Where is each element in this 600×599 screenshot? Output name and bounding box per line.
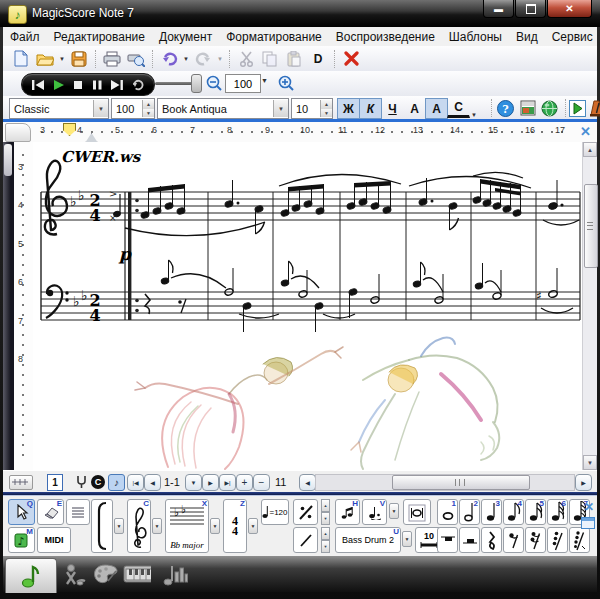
delete-button[interactable]	[340, 48, 362, 69]
scroll-down-button[interactable]: ▼	[583, 455, 597, 470]
metronome-button[interactable]	[586, 98, 600, 118]
sixtyfourth-rest-button[interactable]	[569, 527, 590, 553]
pause-button[interactable]	[91, 79, 103, 91]
eraser-tool-button[interactable]: E	[37, 499, 64, 525]
repeat-sign-button[interactable]	[293, 499, 318, 525]
sixteenth-note-button[interactable]: 5	[525, 499, 546, 525]
undo-button[interactable]	[158, 48, 180, 69]
redo-dropdown[interactable]: ▼	[215, 48, 225, 69]
font-combo[interactable]: Book Antiqua▼	[157, 98, 289, 119]
next-measure-button[interactable]: ▶	[202, 474, 219, 491]
zoom-value-box[interactable]: 100	[225, 74, 261, 93]
staff-lines-button[interactable]	[66, 499, 90, 525]
time-dropdown[interactable]: ▼	[248, 518, 258, 534]
stop-button[interactable]	[72, 79, 84, 91]
tuning-fork-button[interactable]	[75, 475, 88, 491]
drum-dropdown[interactable]: ▼	[402, 531, 412, 547]
hscroll-left-button[interactable]: ◀	[299, 474, 316, 491]
style-size-spinner[interactable]: ▲▼	[142, 100, 154, 117]
palette-window-button[interactable]	[581, 517, 595, 529]
whole-rest-button[interactable]	[437, 527, 458, 553]
play-demo-button[interactable]	[567, 98, 588, 118]
bold-button[interactable]: Ж	[337, 98, 360, 119]
font-size-spin[interactable]: 10 ▲▼	[291, 98, 333, 119]
d-mode-button[interactable]: D	[307, 48, 329, 69]
hscroll-right-button[interactable]: ▶	[575, 474, 592, 491]
last-measure-button[interactable]: ▶|	[219, 474, 236, 491]
skip-end-button[interactable]	[110, 79, 124, 91]
key-dropdown[interactable]: ▼	[210, 518, 220, 534]
zoom-dropdown[interactable]: ▼	[261, 77, 268, 84]
score-page[interactable]: CWER.ws	[33, 142, 586, 470]
ruler-close-button[interactable]: ✕	[578, 124, 593, 139]
position-dropdown-button[interactable]: ▼	[185, 474, 202, 491]
clef-button[interactable]: C	[127, 499, 151, 553]
style-size-spin[interactable]: 100 ▲▼	[111, 98, 155, 119]
close-button[interactable]: ✕	[547, 0, 592, 18]
minimize-button[interactable]: ▬	[483, 0, 514, 18]
help-button[interactable]: ?	[495, 98, 516, 118]
print-button[interactable]	[101, 48, 123, 69]
repeat-spinner[interactable]: ▲▼	[321, 499, 330, 525]
grace-note-button[interactable]: H	[335, 499, 360, 525]
tab-mixer[interactable]	[161, 562, 189, 586]
menu-edit[interactable]: Редактирование	[47, 29, 152, 45]
thirtysecond-rest-button[interactable]	[547, 527, 568, 553]
font-size-spinner[interactable]: ▲▼	[320, 100, 332, 117]
menu-format[interactable]: Форматирование	[219, 29, 329, 45]
news-button[interactable]	[517, 98, 538, 118]
ruler-toggle-button[interactable]	[9, 475, 33, 490]
zoom-in-button[interactable]	[275, 73, 296, 93]
open-button[interactable]	[34, 48, 56, 69]
note-mode-toggle[interactable]: ♪	[108, 474, 125, 491]
italic-button[interactable]: К	[359, 98, 382, 119]
prev-measure-button[interactable]: ◀	[144, 474, 161, 491]
scroll-thumb[interactable]	[584, 184, 598, 268]
palette-close-button[interactable]: ✕	[582, 500, 596, 514]
style-combo-arrow[interactable]: ▼	[93, 100, 108, 117]
thirtysecond-note-button[interactable]: 6	[547, 499, 568, 525]
frame-button[interactable]: А	[403, 98, 426, 119]
zoom-out-button[interactable]	[203, 73, 224, 93]
clef-indicator[interactable]: C	[91, 475, 105, 489]
whole-note-button[interactable]: 1	[437, 499, 458, 525]
quarter-note-button[interactable]: 3	[481, 499, 502, 525]
underline-button[interactable]: Ч	[381, 98, 404, 119]
menu-playback[interactable]: Воспроизведение	[329, 29, 442, 45]
collapsed-panel-strip[interactable]	[3, 142, 14, 470]
indent-marker-top[interactable]	[63, 123, 76, 136]
menu-document[interactable]: Документ	[152, 29, 219, 45]
clef-dropdown[interactable]: ▼	[152, 518, 162, 534]
menu-templates[interactable]: Шаблоны	[442, 29, 509, 45]
select-tool-button[interactable]: Q	[8, 499, 35, 525]
font-combo-arrow[interactable]: ▼	[273, 100, 288, 117]
title-bar[interactable]: ♪ MagicScore Note 7 ▬ ✕	[0, 0, 600, 27]
page-number-box[interactable]: 1	[47, 474, 63, 491]
open-dropdown[interactable]: ▼	[57, 48, 67, 69]
undo-dropdown[interactable]: ▼	[181, 48, 191, 69]
slash-spinner[interactable]: ▲▼	[321, 527, 330, 553]
tab-keyboard[interactable]	[123, 562, 151, 586]
eighth-note-button[interactable]: 4	[503, 499, 524, 525]
first-measure-button[interactable]: |◀	[127, 474, 144, 491]
tempo-button[interactable]: =120	[261, 499, 289, 525]
quarter-rest-button[interactable]	[481, 527, 502, 553]
new-button[interactable]	[10, 48, 32, 69]
horizontal-scrollbar[interactable]	[315, 474, 575, 491]
tab-dynamics[interactable]	[61, 562, 89, 586]
tempo-slider-thumb[interactable]	[191, 74, 202, 93]
save-button[interactable]	[68, 48, 90, 69]
remove-measure-button[interactable]: −	[253, 474, 270, 491]
dotted-dropdown[interactable]: ▼	[389, 503, 399, 519]
loop-button[interactable]	[131, 78, 145, 91]
cut-button[interactable]	[235, 48, 257, 69]
panel-handle[interactable]	[4, 144, 12, 176]
tab-palette[interactable]	[91, 562, 119, 586]
key-signature-button[interactable]: X ♭ ♭ Bb major	[165, 499, 209, 553]
font-color-button[interactable]: С	[447, 98, 470, 118]
menu-view[interactable]: Вид	[509, 29, 545, 45]
sixteenth-rest-button[interactable]	[525, 527, 546, 553]
menu-file[interactable]: Файл	[3, 29, 47, 45]
print-preview-button[interactable]	[125, 48, 147, 69]
drum-sound-button[interactable]: U Bass Drum 2	[335, 527, 401, 553]
